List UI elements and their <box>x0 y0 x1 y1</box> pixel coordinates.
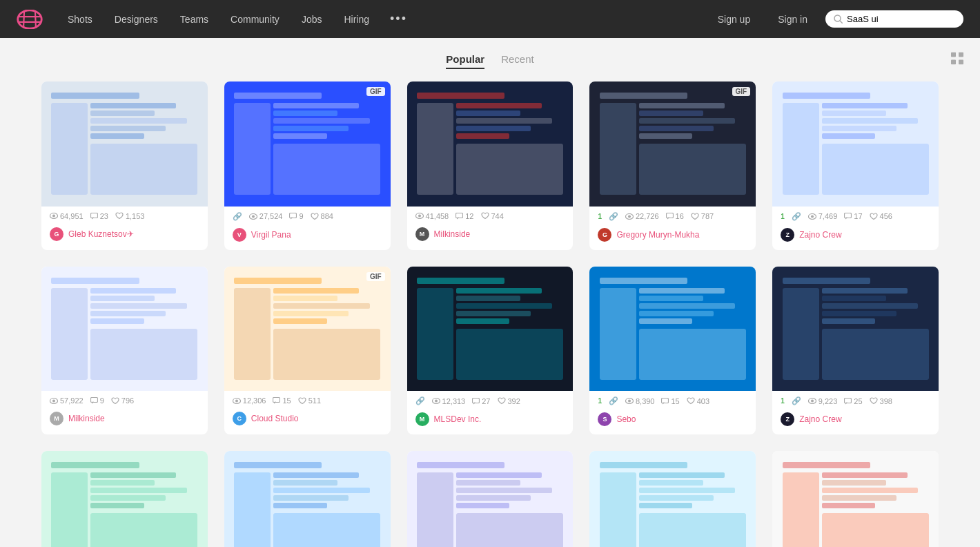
shot-thumbnail[interactable] <box>407 81 574 207</box>
shot-card[interactable]: GIF 12,306 15 511 C Cloud Studio <box>224 267 391 435</box>
shot-thumbnail[interactable] <box>407 451 574 547</box>
author-name: Zajno Crew <box>799 230 841 240</box>
search-input[interactable] <box>847 14 955 24</box>
shot-card[interactable]: 41,458 12 744 M Milkinside <box>407 81 574 250</box>
nav-hiring[interactable]: Hiring <box>333 0 380 38</box>
nav-community[interactable]: Community <box>219 0 291 38</box>
link-icon: 🔗 <box>609 212 618 221</box>
shot-author[interactable]: G Gregory Muryn-Mukha <box>589 225 756 250</box>
shot-thumbnail[interactable] <box>41 267 208 392</box>
shot-thumbnail[interactable]: GIF <box>224 81 391 207</box>
signin-button[interactable]: Sign in <box>768 10 817 29</box>
shot-thumbnail[interactable] <box>407 267 574 392</box>
shot-thumbnail[interactable] <box>41 451 208 547</box>
shot-thumbnail[interactable]: GIF <box>589 81 756 207</box>
signup-button[interactable]: Sign up <box>708 10 760 29</box>
nav-designers[interactable]: Designers <box>104 0 169 38</box>
author-avatar: C <box>233 412 246 425</box>
likes-stat: 511 <box>298 396 321 405</box>
comments-stat: 16 <box>666 212 684 220</box>
likes-stat: 884 <box>311 212 333 220</box>
shot-thumbnail[interactable] <box>772 267 939 392</box>
tab-popular[interactable]: Popular <box>446 53 484 69</box>
shot-card[interactable]: 1🔗 7,469 17 456 Z Zajno Crew <box>772 81 939 250</box>
shot-thumbnail[interactable] <box>772 451 939 547</box>
author-avatar: Z <box>781 412 794 426</box>
views-stat: 9,223 <box>808 397 838 405</box>
shot-author[interactable]: Z Zajno Crew <box>772 410 939 434</box>
svg-point-21 <box>628 215 631 218</box>
shot-stats: 🔗 12,313 27 392 <box>407 391 574 410</box>
svg-rect-8 <box>959 52 963 57</box>
comments-stat: 12 <box>455 212 473 220</box>
grid-toggle-icon[interactable] <box>951 52 963 68</box>
shot-author[interactable]: C Cloud Studio <box>224 409 391 434</box>
shot-thumbnail[interactable] <box>772 81 939 207</box>
author-avatar: G <box>50 227 63 241</box>
shot-author[interactable]: M MLSDev Inc. <box>407 410 574 434</box>
logo[interactable] <box>17 10 43 29</box>
shot-thumbnail[interactable] <box>224 451 391 547</box>
views-stat: 27,524 <box>249 212 283 220</box>
author-name: Zajno Crew <box>799 414 841 424</box>
svg-rect-22 <box>666 213 673 218</box>
svg-rect-9 <box>951 59 956 64</box>
author-avatar: M <box>50 412 63 425</box>
svg-rect-28 <box>90 398 97 403</box>
shot-stats: 1🔗 8,390 15 403 <box>589 391 756 410</box>
nav-right: Sign up Sign in <box>708 10 963 29</box>
gif-badge: GIF <box>366 272 385 281</box>
search-box[interactable] <box>825 10 963 28</box>
views-stat: 12,313 <box>432 397 466 405</box>
shot-author[interactable]: Z Zajno Crew <box>772 225 939 250</box>
shot-author[interactable]: S Sebo <box>589 410 756 434</box>
nav-jobs[interactable]: Jobs <box>291 0 333 38</box>
svg-point-12 <box>52 215 55 218</box>
shot-card[interactable]: 3,200 5 190 U Ucraft <box>407 451 574 547</box>
shot-author[interactable]: M Milkinside <box>407 224 574 249</box>
author-avatar: M <box>415 227 429 241</box>
shot-card[interactable]: GIF 1🔗 22,726 16 787 G Gregory Muryn-Muk… <box>589 81 756 250</box>
shot-thumbnail[interactable] <box>589 451 756 547</box>
shot-author[interactable]: G Gleb Kuznetsov✈ <box>41 224 208 249</box>
shot-thumbnail[interactable]: GIF <box>224 267 391 392</box>
likes-stat: 398 <box>870 397 892 405</box>
views-stat: 12,306 <box>233 396 266 405</box>
svg-rect-37 <box>662 398 669 403</box>
svg-point-39 <box>811 400 814 403</box>
shot-card[interactable]: GIF 🔗 27,524 9 884 V Virgil Pana <box>224 81 391 250</box>
author-name: Gregory Muryn-Mukha <box>616 230 699 240</box>
comments-stat: 25 <box>844 397 862 405</box>
author-name: Sebo <box>616 414 636 424</box>
shot-stats: 64,951 23 1,153 <box>41 207 208 224</box>
svg-rect-31 <box>273 398 280 403</box>
tab-recent[interactable]: Recent <box>501 53 534 69</box>
nav-more-icon[interactable]: ••• <box>380 12 417 26</box>
shot-card[interactable]: 🔗 12,313 27 392 M MLSDev Inc. <box>407 267 574 435</box>
shot-card[interactable]: 57,922 9 796 M Milkinside <box>41 267 208 435</box>
link-icon: 🔗 <box>609 396 618 405</box>
shot-card[interactable]: 6,400 9 250 D DataViz <box>589 451 756 547</box>
shot-stats: 🔗 27,524 9 884 <box>224 207 391 225</box>
shot-author[interactable]: M Milkinside <box>41 409 208 434</box>
views-stat: 7,469 <box>808 212 838 220</box>
author-name: Cloud Studio <box>251 414 299 423</box>
comments-stat: 27 <box>472 397 490 405</box>
nav-shots[interactable]: Shots <box>57 0 104 38</box>
views-stat: 64,951 <box>50 212 84 220</box>
shot-thumbnail[interactable] <box>41 81 208 207</box>
svg-rect-40 <box>845 398 852 403</box>
shot-card[interactable]: 1🔗 9,223 25 398 Z Zajno Crew <box>772 267 939 435</box>
shot-card[interactable]: 4,100 6 220 R RedShift <box>772 451 939 547</box>
shot-author[interactable]: V Virgil Pana <box>224 225 391 250</box>
shot-card[interactable]: 1🔗 8,390 15 403 S Sebo <box>589 267 756 435</box>
shot-card[interactable]: 5,120 7 312 S Studio Blue <box>41 451 208 547</box>
gif-badge: GIF <box>366 87 385 96</box>
comments-stat: 15 <box>661 397 679 405</box>
shot-thumbnail[interactable] <box>589 267 756 392</box>
shot-card[interactable]: 4,890 11 280 P PixelForge <box>224 451 391 547</box>
shot-card[interactable]: 64,951 23 1,153 G Gleb Kuznetsov✈ <box>41 81 208 250</box>
comments-stat: 9 <box>289 212 303 220</box>
nav-teams[interactable]: Teams <box>169 0 219 38</box>
likes-stat: 392 <box>498 397 520 405</box>
